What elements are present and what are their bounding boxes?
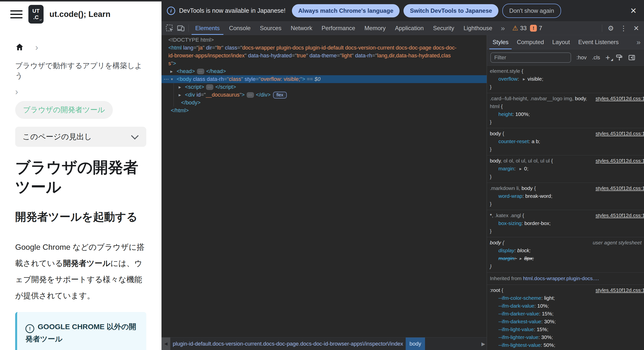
css-selector[interactable]: element.style { <box>487 67 644 75</box>
more-tabs-icon[interactable]: » <box>497 24 509 32</box>
sidebar-tab-event-listeners[interactable]: Event Listeners <box>574 35 623 49</box>
dom-tree-row[interactable]: ▶<script>···</script> <box>162 83 487 91</box>
rule-closing-brace: } <box>487 173 644 181</box>
rule-closing-brace: } <box>487 262 644 270</box>
breadcrumb-link-course[interactable]: ブラウザで動作するアプリを構築しよう <box>15 61 146 81</box>
dom-breadcrumb-item[interactable]: body <box>406 337 425 350</box>
devtools-tab-network[interactable]: Network <box>286 22 317 35</box>
css-property[interactable]: box-sizing: border-box; <box>487 219 644 227</box>
toolbar-divider <box>188 25 189 32</box>
css-property[interactable]: --ifm-darker-value: 15%; <box>487 310 644 318</box>
user-agent-stylesheet-label: user agent stylesheet <box>592 239 642 247</box>
section-heading: 開発者ツールを起動する <box>15 210 146 224</box>
css-rule: :root {styles.4510f12d.css:1--ifm-color-… <box>487 285 644 350</box>
kebab-menu-icon[interactable]: ⋮ <box>617 24 630 32</box>
css-property[interactable]: word-wrap: break-word; <box>487 192 644 200</box>
switch-to-japanese-button[interactable]: Switch DevTools to Japanese <box>404 4 498 18</box>
more-sidebar-tabs-icon[interactable]: » <box>633 38 644 46</box>
css-rule: body, ol ol, ol ul, ul ol, ul ul {styles… <box>487 155 644 183</box>
warnings-counter[interactable]: ⚠ 33 <box>512 24 527 32</box>
toggle-hover-state-button[interactable]: :hov <box>576 54 587 61</box>
new-style-rule-button[interactable]: +◢ <box>606 54 610 62</box>
infobar-close-icon[interactable]: ✕ <box>630 6 638 16</box>
dom-tree-row[interactable]: <!DOCTYPE html> <box>162 36 487 44</box>
stylesheet-link[interactable]: styles.4510f12d.css:1 <box>596 95 644 102</box>
toc-collapsible[interactable]: このページの見出し <box>15 127 146 147</box>
dom-tree-row[interactable]: ▶<head>···</head> <box>162 67 487 75</box>
sidebar-tab-computed[interactable]: Computed <box>512 35 548 49</box>
css-rule: element.style {overflow: ▶visible;} <box>487 66 644 93</box>
breadcrumb-scroll-right-icon[interactable]: ▶ <box>482 341 485 347</box>
site-logo[interactable]: UT .C ↵ <box>28 5 44 24</box>
logo-return-icon: ↵ <box>40 17 42 23</box>
stylesheet-link[interactable]: styles.4510f12d.css:1 <box>596 212 644 219</box>
logo-text-bottom: .C <box>33 14 39 21</box>
stylesheet-link[interactable]: styles.4510f12d.css:1 <box>596 286 644 294</box>
inherited-element-link[interactable]: html.docs-wrapper.plugin-docs.… <box>523 275 599 281</box>
menu-button[interactable] <box>10 10 22 18</box>
css-property[interactable]: margin: ▶0; <box>487 165 644 173</box>
devtools-tab-console[interactable]: Console <box>224 22 255 35</box>
sidebar-tab-styles[interactable]: Styles <box>488 35 512 49</box>
issues-counter[interactable]: 7 <box>539 25 542 32</box>
devtools-toolbar: ElementsConsoleSourcesNetworkPerformance… <box>162 22 644 35</box>
css-property[interactable]: height: 100%; <box>487 110 644 118</box>
sidebar-tab-layout[interactable]: Layout <box>548 35 574 49</box>
stylesheet-link[interactable]: styles.4510f12d.css:1 <box>596 130 644 137</box>
always-match-language-button[interactable]: Always match Chrome's language <box>292 4 400 18</box>
dom-tree-row[interactable]: id-browser-apps/inspector/index" data-ha… <box>162 52 487 60</box>
stylesheet-link[interactable]: styles.4510f12d.css:1 <box>596 184 644 192</box>
devtools-tab-application[interactable]: Application <box>390 22 428 35</box>
styles-toolbar: :hov .cls +◢ <box>487 50 644 66</box>
site-title[interactable]: ut.code(); Learn <box>50 10 110 19</box>
devtools-tab-elements[interactable]: Elements <box>190 22 224 35</box>
devtools-close-icon[interactable]: ✕ <box>630 24 642 32</box>
css-property[interactable]: --ifm-lighter-value: 30%; <box>487 333 644 341</box>
devtools-tab-sources[interactable]: Sources <box>255 22 286 35</box>
inspect-element-icon[interactable] <box>164 23 175 33</box>
devtools-tab-performance[interactable]: Performance <box>317 22 360 35</box>
settings-gear-icon[interactable]: ⚙ <box>604 24 616 32</box>
site-navbar: UT .C ↵ ut.code(); Learn <box>0 2 162 27</box>
breadcrumb-scroll-left-button[interactable]: ◀ <box>162 337 170 350</box>
info-exclamation-icon: ! <box>26 324 34 333</box>
dom-tree-row[interactable]: </html> <box>162 107 487 114</box>
toggle-class-button[interactable]: .cls <box>592 54 600 61</box>
stylesheet-link[interactable]: styles.4510f12d.css:1 <box>596 157 644 165</box>
css-property[interactable]: --ifm-light-value: 15%; <box>487 325 644 333</box>
dom-tree-row[interactable]: <html lang="ja" dir="ltr" class="docs-wr… <box>162 44 487 52</box>
styles-sidebar: StylesComputedLayoutEvent Listeners » :h… <box>487 35 644 350</box>
devtools-tab-memory[interactable]: Memory <box>360 22 390 35</box>
doc-content: › ブラウザで動作するアプリを構築しよう › ブラウザの開発者ツール このページ… <box>0 43 162 350</box>
bold-term: 開発者ツール <box>63 259 110 268</box>
css-property[interactable]: counter-reset: a b; <box>487 137 644 145</box>
dom-breadcrumbs: plugin-id-default.docs-version-current.d… <box>170 337 487 350</box>
devtools-tab-lighthouse[interactable]: Lighthouse <box>459 22 497 35</box>
css-property[interactable]: --ifm-darkest-value: 30%; <box>487 318 644 325</box>
css-property[interactable]: --ifm-color-scheme: light; <box>487 294 644 302</box>
logo-text-top: UT <box>32 8 40 14</box>
styles-filter-input[interactable] <box>490 53 571 63</box>
docs-page: UT .C ↵ ut.code(); Learn › ブラウザで動作するアプリを… <box>0 0 162 350</box>
toggle-element-state-panel-icon[interactable] <box>628 54 636 61</box>
css-property[interactable]: overflow: ▶visible; <box>487 75 644 83</box>
rendering-emulation-icon[interactable] <box>615 54 623 61</box>
dom-tree-row[interactable]: ▶<div id="__docusaurus">···</div>flex <box>162 91 487 99</box>
issues-icon[interactable]: ! <box>530 25 537 32</box>
css-property[interactable]: --ifm-dark-value: 10%; <box>487 302 644 310</box>
device-toolbar-icon[interactable] <box>175 23 186 33</box>
dom-breadcrumb-item[interactable]: plugin-id-default.docs-version-current.d… <box>170 337 406 350</box>
rule-closing-brace: } <box>487 118 644 126</box>
css-property[interactable]: --ifm-lightest-value: 50%; <box>487 341 644 349</box>
toc-label: このページの見出し <box>22 132 92 142</box>
css-property[interactable]: margin: ▶8px; <box>487 254 644 262</box>
styles-rules: element.style {overflow: ▶visible;}.card… <box>487 66 644 350</box>
dom-tree-row[interactable]: s"> <box>162 60 487 67</box>
css-rule: body {styles.4510f12d.css:1counter-reset… <box>487 128 644 155</box>
css-property[interactable]: display: block; <box>487 247 644 254</box>
dom-tree-row[interactable]: </body> <box>162 99 487 107</box>
home-icon[interactable] <box>15 43 24 53</box>
dont-show-again-button[interactable]: Don't show again <box>502 4 561 18</box>
devtools-tab-security[interactable]: Security <box>428 22 459 35</box>
dom-tree-row[interactable]: ⋯▼<body class data-rh="class" style="ove… <box>162 75 487 83</box>
